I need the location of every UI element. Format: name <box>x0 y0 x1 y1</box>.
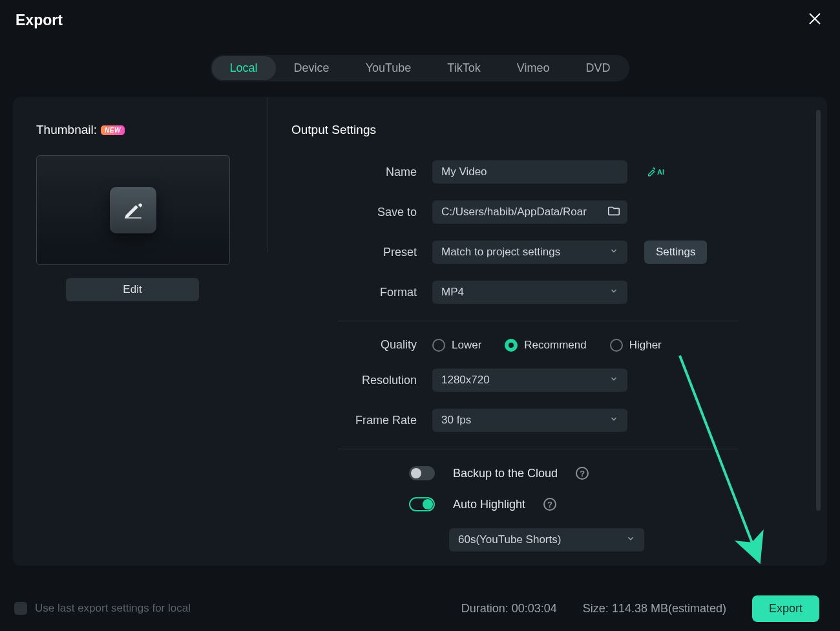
save-to-path: C:/Users/habib/AppData/Roar <box>441 206 587 219</box>
help-icon[interactable]: ? <box>543 498 556 511</box>
backup-cloud-toggle[interactable] <box>409 466 435 480</box>
new-badge: NEW <box>101 125 125 135</box>
edit-thumbnail-icon <box>110 187 156 233</box>
quality-radio-recommend[interactable]: Recommend <box>505 339 586 352</box>
quality-label: Quality <box>291 338 432 352</box>
tab-local[interactable]: Local <box>212 56 276 80</box>
chevron-down-icon <box>609 286 618 299</box>
name-input[interactable] <box>432 160 627 184</box>
duration-info: Duration: 00:03:04 <box>461 602 557 615</box>
resolution-select[interactable]: 1280x720 <box>432 369 627 392</box>
help-icon[interactable]: ? <box>576 467 589 480</box>
auto-highlight-label: Auto Highlight <box>453 498 525 511</box>
chevron-down-icon <box>609 414 618 427</box>
use-last-settings-checkbox[interactable]: Use last export settings for local <box>14 602 191 615</box>
dialog-title: Export <box>16 12 63 29</box>
tab-vimeo[interactable]: Vimeo <box>499 56 568 80</box>
preset-select[interactable]: Match to project settings <box>432 241 627 264</box>
format-label: Format <box>291 286 432 299</box>
chevron-down-icon <box>609 246 618 259</box>
scrollbar[interactable] <box>816 110 821 511</box>
backup-cloud-label: Backup to the Cloud <box>453 467 558 480</box>
svg-rect-2 <box>125 217 142 218</box>
resolution-label: Resolution <box>291 374 432 387</box>
highlight-preset-select[interactable]: 60s(YouTube Shorts) <box>449 528 644 551</box>
frame-rate-label: Frame Rate <box>291 414 432 427</box>
thumbnail-label: Thumbnail: <box>36 123 97 137</box>
preset-label: Preset <box>291 246 432 259</box>
edit-thumbnail-button[interactable]: Edit <box>66 278 199 301</box>
name-label: Name <box>291 166 432 179</box>
quality-radio-lower[interactable]: Lower <box>432 339 481 352</box>
tab-tiktok[interactable]: TikTok <box>429 56 498 80</box>
close-icon[interactable] <box>808 12 822 29</box>
quality-radio-group: LowerRecommendHigher <box>432 339 662 352</box>
auto-highlight-toggle[interactable] <box>409 497 435 511</box>
save-to-label: Save to <box>291 206 432 219</box>
export-button[interactable]: Export <box>752 595 819 622</box>
tab-dvd[interactable]: DVD <box>567 56 628 80</box>
tab-youtube[interactable]: YouTube <box>348 56 430 80</box>
divider <box>338 449 739 449</box>
format-select[interactable]: MP4 <box>432 281 627 304</box>
ai-name-button[interactable]: AI <box>644 166 664 178</box>
folder-icon[interactable] <box>607 204 621 221</box>
tab-device[interactable]: Device <box>276 56 348 80</box>
save-to-display[interactable]: C:/Users/habib/AppData/Roar <box>432 200 627 224</box>
export-tabs: LocalDeviceYouTubeTikTokVimeoDVD <box>211 55 630 81</box>
size-info: Size: 114.38 MB(estimated) <box>583 602 726 615</box>
preset-settings-button[interactable]: Settings <box>644 241 707 264</box>
thumbnail-preview[interactable] <box>36 155 230 265</box>
quality-radio-higher[interactable]: Higher <box>610 339 662 352</box>
divider <box>338 321 739 321</box>
chevron-down-icon <box>626 533 635 546</box>
chevron-down-icon <box>609 374 618 387</box>
frame-rate-select[interactable]: 30 fps <box>432 409 627 432</box>
checkbox-icon <box>14 602 27 615</box>
output-settings-title: Output Settings <box>291 123 812 137</box>
